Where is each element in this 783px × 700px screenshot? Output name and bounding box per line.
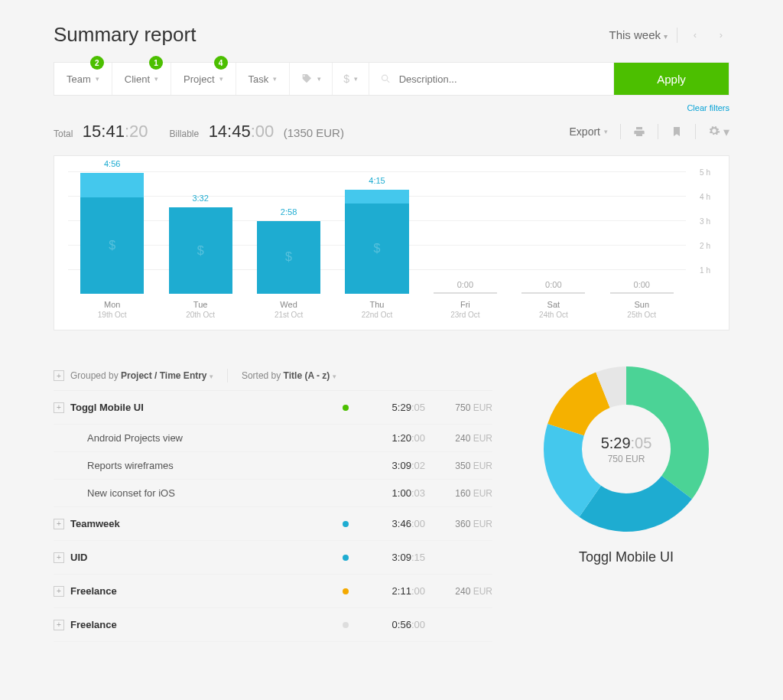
billable-time: 14:45:00 xyxy=(209,122,275,141)
expand-all-button[interactable]: + xyxy=(54,370,64,381)
print-icon xyxy=(633,125,645,138)
row-name: Reports wireframes xyxy=(87,460,327,471)
filter-billable[interactable]: $ ▾ xyxy=(333,63,369,95)
table-row[interactable]: +Toggl Mobile UI5:29:05750 EUR xyxy=(54,391,492,425)
bar-fri[interactable]: 0:00 xyxy=(421,171,509,294)
filter-tag[interactable]: ▾ xyxy=(290,63,333,95)
donut-center-amount: 750 EUR xyxy=(608,454,645,464)
row-time: 1:20:00 xyxy=(364,432,425,444)
x-tick: Fri23rd Oct xyxy=(421,300,509,319)
date-next-button[interactable]: › xyxy=(713,27,729,44)
search-icon xyxy=(380,73,392,85)
filter-client-badge: 1 xyxy=(149,56,163,70)
row-time: 3:09:15 xyxy=(364,552,425,563)
project-color-dot xyxy=(343,521,349,527)
project-color-dot xyxy=(343,622,349,628)
row-amount: 240 EUR xyxy=(431,586,492,597)
table-row[interactable]: +UID3:09:15 xyxy=(54,541,492,575)
filter-project-badge: 4 xyxy=(214,56,228,70)
row-name: New iconset for iOS xyxy=(87,487,327,499)
y-tick-label: 1 h xyxy=(700,266,710,275)
row-name: Teamweek xyxy=(70,518,327,529)
filter-task[interactable]: Task▾ xyxy=(236,63,291,95)
bookmark-button[interactable] xyxy=(671,125,683,138)
row-amount: 240 EUR xyxy=(431,433,492,444)
donut-center-time: 5:29:05 xyxy=(601,435,652,452)
y-tick-label: 4 h xyxy=(700,193,710,201)
date-prev-button[interactable]: ‹ xyxy=(687,27,703,44)
svg-point-0 xyxy=(382,75,387,80)
filter-client[interactable]: Client▾ 1 xyxy=(112,63,171,95)
expand-row-button[interactable]: + xyxy=(54,620,64,630)
donut-chart: 5:29:05 750 EUR xyxy=(538,361,714,537)
row-time: 3:46:00 xyxy=(364,518,425,529)
bar-tue[interactable]: 3:32$ xyxy=(156,171,244,294)
row-amount: 160 EUR xyxy=(431,488,492,499)
x-tick: Thu22nd Oct xyxy=(333,300,421,319)
row-time: 5:29:05 xyxy=(364,402,425,413)
bookmark-icon xyxy=(671,125,683,138)
sorted-by-selector[interactable]: Sorted by Title (A - z) ▾ xyxy=(242,370,336,381)
row-name: Freelance xyxy=(70,585,327,597)
list-item[interactable]: New iconset for iOS1:00:03160 EUR xyxy=(54,480,492,507)
bar-sat[interactable]: 0:00 xyxy=(509,171,597,294)
row-name: UID xyxy=(70,552,327,563)
page-title: Summary report xyxy=(54,23,196,47)
x-tick: Mon19th Oct xyxy=(68,300,156,319)
print-button[interactable] xyxy=(633,125,645,138)
clear-filters-link[interactable]: Clear filters xyxy=(687,103,729,112)
row-time: 0:56:00 xyxy=(364,619,425,630)
y-tick-label: 2 h xyxy=(700,242,710,250)
y-tick-label: 5 h xyxy=(700,168,710,177)
date-range-selector[interactable]: This week▾ xyxy=(609,28,668,41)
table-row[interactable]: +Freelance0:56:00 xyxy=(54,608,492,642)
list-item[interactable]: Reports wireframes3:09:02350 EUR xyxy=(54,452,492,480)
row-amount: 360 EUR xyxy=(431,519,492,529)
expand-row-button[interactable]: + xyxy=(54,519,64,529)
row-name: Toggl Mobile UI xyxy=(70,402,327,413)
total-label: Total xyxy=(54,129,73,139)
bar-chart: 1 h2 h3 h4 h5 h4:56$3:32$2:58$4:15$0:000… xyxy=(54,155,729,330)
apply-button[interactable]: Apply xyxy=(614,63,729,95)
x-tick: Wed21st Oct xyxy=(245,300,333,319)
filter-team-badge: 2 xyxy=(90,56,104,70)
list-item[interactable]: Android Projects view1:20:00240 EUR xyxy=(54,425,492,452)
x-tick: Sat24th Oct xyxy=(509,300,597,319)
row-time: 1:00:03 xyxy=(364,487,425,499)
dollar-icon: $ xyxy=(343,73,349,85)
svg-line-1 xyxy=(387,80,389,83)
filter-bar: Team▾ 2 Client▾ 1 Project▾ 4 Task▾ ▾ $ ▾… xyxy=(54,62,729,96)
settings-button[interactable]: ▾ xyxy=(708,125,729,139)
donut-selected-label: Toggl Mobile UI xyxy=(579,549,674,565)
project-color-dot xyxy=(343,405,349,411)
expand-row-button[interactable]: + xyxy=(54,552,64,563)
gear-icon xyxy=(708,125,720,137)
row-time: 2:11:00 xyxy=(364,585,425,597)
expand-row-button[interactable]: + xyxy=(54,402,64,413)
project-color-dot xyxy=(343,588,349,594)
bar-wed[interactable]: 2:58$ xyxy=(245,171,333,294)
y-tick-label: 3 h xyxy=(700,217,710,226)
table-row[interactable]: +Freelance2:11:00240 EUR xyxy=(54,575,492,608)
total-time: 15:41:20 xyxy=(83,122,148,141)
row-amount: 750 EUR xyxy=(431,402,492,413)
x-tick: Sun25th Oct xyxy=(598,300,686,319)
row-time: 3:09:02 xyxy=(364,460,425,471)
description-input[interactable] xyxy=(399,73,603,85)
expand-row-button[interactable]: + xyxy=(54,586,64,597)
row-amount: 350 EUR xyxy=(431,461,492,471)
project-color-dot xyxy=(343,555,349,561)
row-name: Android Projects view xyxy=(87,432,327,444)
filter-team[interactable]: Team▾ 2 xyxy=(54,63,112,95)
filter-project[interactable]: Project▾ 4 xyxy=(171,63,236,95)
tag-icon xyxy=(301,73,313,85)
billable-amount: (1350 EUR) xyxy=(284,126,344,139)
x-tick: Tue20th Oct xyxy=(156,300,244,319)
bar-thu[interactable]: 4:15$ xyxy=(333,171,421,294)
bar-sun[interactable]: 0:00 xyxy=(598,171,686,294)
bar-mon[interactable]: 4:56$ xyxy=(68,171,156,294)
billable-label: Billable xyxy=(169,129,199,139)
grouped-by-selector[interactable]: Grouped by Project / Time Entry ▾ xyxy=(70,370,213,381)
export-button[interactable]: Export▾ xyxy=(570,125,608,138)
table-row[interactable]: +Teamweek3:46:00360 EUR xyxy=(54,507,492,541)
